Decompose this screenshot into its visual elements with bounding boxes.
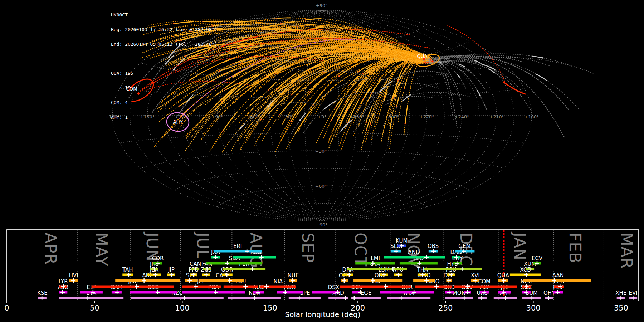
shower-peak-marker bbox=[479, 296, 484, 300]
shower-peak-marker bbox=[170, 273, 174, 277]
shower-activity-bar bbox=[214, 250, 262, 253]
shower-xcb: XCB bbox=[510, 267, 541, 277]
shower-activity-bar bbox=[424, 268, 482, 270]
station-id: UK00CT bbox=[111, 13, 229, 18]
equator-longitude-label: +240° bbox=[454, 114, 469, 119]
shower-activity-bar bbox=[523, 279, 591, 282]
shower-peak-marker bbox=[447, 290, 451, 294]
shower-peak-marker bbox=[343, 296, 347, 300]
sky-map-and-timeline-plot: +180°+150°+120°+90°+60°+30°+0°+330°+300°… bbox=[0, 0, 644, 322]
shower-peak-marker bbox=[187, 278, 192, 283]
x-tick-label: 150 bbox=[263, 304, 277, 312]
shower-peak-marker bbox=[555, 290, 560, 294]
shower-activity-bar bbox=[92, 286, 174, 288]
shower-activity-bar bbox=[182, 291, 245, 294]
shower-activity-bar bbox=[312, 291, 339, 294]
shower-code-label: XVI bbox=[471, 272, 480, 279]
shower-kum: KUM bbox=[396, 238, 408, 248]
shower-peak-marker bbox=[297, 296, 301, 300]
shower-code-label: TAH bbox=[122, 267, 133, 273]
month-label: SEP bbox=[299, 233, 317, 263]
shower-peak-marker bbox=[462, 296, 466, 300]
shower-activity-bar bbox=[340, 286, 411, 288]
shower-peak-marker bbox=[424, 255, 429, 259]
shower-activity-bar bbox=[182, 286, 221, 288]
shower-hvi: HVI bbox=[69, 272, 78, 283]
shower-peak-marker bbox=[434, 284, 439, 289]
shower-code-label: GEM bbox=[458, 243, 470, 249]
shower-peak-marker bbox=[465, 290, 470, 294]
shower-code-label: MON bbox=[453, 290, 465, 296]
lat-minus30-label: −30° bbox=[315, 148, 327, 154]
shower-code-label: ECV bbox=[532, 255, 543, 262]
shower-code-label: CAN bbox=[190, 261, 201, 267]
x-tick-label: 350 bbox=[614, 304, 628, 312]
shower-peak-marker bbox=[447, 278, 451, 283]
shower-peak-marker bbox=[115, 290, 119, 294]
shower-peak-marker bbox=[619, 296, 623, 300]
shower-peak-marker bbox=[352, 296, 356, 300]
shower-code-label: KUM bbox=[396, 238, 408, 244]
shower-lyr: LYR bbox=[59, 278, 68, 289]
shower-peak-marker bbox=[71, 278, 75, 283]
shower-evi: EVI bbox=[629, 290, 637, 300]
equator-longitude-label: +0° bbox=[318, 114, 327, 119]
shower-peak-marker bbox=[283, 290, 287, 294]
equator-longitude-label: +180° bbox=[525, 114, 539, 119]
shower-xhe: XHE bbox=[615, 290, 626, 300]
shower-activity-bar bbox=[347, 268, 407, 270]
shower-activity-bar bbox=[206, 262, 262, 265]
north-pole-label: +90° bbox=[316, 3, 328, 8]
shower-activity-bar bbox=[355, 262, 395, 265]
shower-qua: QUA bbox=[497, 272, 509, 283]
shower-code-label: COR bbox=[152, 255, 164, 262]
x-tick-label: 250 bbox=[438, 304, 453, 312]
shower-code-label: JIP bbox=[168, 267, 175, 273]
shower-peak-marker bbox=[225, 261, 229, 265]
shower-nue: NUE bbox=[287, 272, 299, 283]
shower-peak-marker bbox=[384, 284, 388, 289]
shower-activity-bar bbox=[199, 279, 244, 282]
shower-peak-marker bbox=[243, 284, 248, 289]
month-label: FEB bbox=[566, 233, 584, 263]
shower-peak-marker bbox=[142, 278, 146, 283]
shower-activity-bar bbox=[130, 291, 177, 294]
x-axis-title: Solar longitude (deg) bbox=[285, 310, 360, 319]
shower-activity-bar bbox=[353, 279, 402, 282]
shower-peak-marker bbox=[502, 278, 506, 283]
shower-code-label: XHE bbox=[615, 290, 626, 296]
shower-activity-bar bbox=[415, 286, 452, 288]
shower-activity-bar bbox=[233, 256, 276, 259]
x-tick-label: 50 bbox=[90, 304, 99, 312]
shower-code-label: NUE bbox=[287, 272, 299, 279]
south-pole-label: −90° bbox=[316, 222, 328, 228]
shower-peak-marker bbox=[431, 249, 436, 253]
count-com: COM: 4 bbox=[111, 100, 229, 105]
shower-code-label: QUA bbox=[497, 272, 509, 279]
shower-peak-marker bbox=[213, 255, 218, 259]
shower-activity-bar bbox=[445, 297, 473, 299]
shower-code-label: EVI bbox=[629, 290, 637, 296]
shower-peak-marker bbox=[396, 273, 400, 277]
shower-activity-bar bbox=[131, 297, 224, 299]
x-tick-label: 300 bbox=[526, 304, 541, 312]
shower-code-label: OHY bbox=[543, 290, 555, 296]
shower-tah: TAH bbox=[122, 267, 133, 277]
shower-code-label: HVI bbox=[69, 272, 78, 279]
observation-header: UK00CT Beg: 20260103 17:16:32 (sol = 282… bbox=[111, 3, 229, 129]
equator-longitude-label: +270° bbox=[420, 114, 434, 119]
shower-cor: COR bbox=[152, 255, 164, 265]
shower-sld: SLD bbox=[390, 243, 401, 253]
shower-peak-marker bbox=[460, 267, 464, 271]
shower-activity-bar bbox=[277, 291, 303, 294]
shower-activity-bar bbox=[454, 286, 517, 288]
shower-peak-marker bbox=[394, 249, 398, 253]
shower-activity-bar bbox=[289, 297, 321, 299]
shower-code-label: EGE bbox=[361, 290, 372, 296]
shower-peak-marker bbox=[86, 296, 90, 300]
shower-peak-marker bbox=[40, 296, 44, 300]
shower-code-label: AAN bbox=[552, 272, 564, 279]
shower-peak-marker bbox=[194, 284, 198, 289]
shower-code-label: DSX bbox=[328, 284, 339, 291]
equator-longitude-label: +210° bbox=[489, 114, 504, 119]
